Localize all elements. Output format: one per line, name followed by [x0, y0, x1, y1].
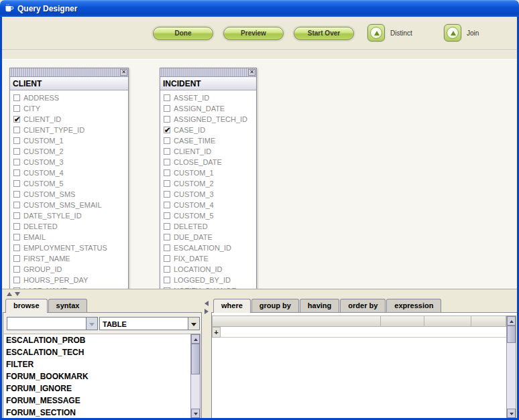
field-row[interactable]: GROUP_ID: [10, 264, 128, 275]
field-checkbox[interactable]: [13, 277, 20, 283]
field-checkbox[interactable]: [164, 212, 170, 219]
field-row[interactable]: CUSTOM_1: [160, 167, 256, 178]
field-checkbox[interactable]: [164, 148, 170, 155]
table-list-item[interactable]: FILTER: [4, 358, 190, 370]
tab-browse[interactable]: browse: [5, 299, 48, 312]
field-checkbox[interactable]: [164, 234, 170, 240]
field-row[interactable]: DATE_STYLE_ID: [10, 210, 128, 221]
field-row[interactable]: FIRST_NAME: [10, 253, 128, 264]
field-row[interactable]: LOGGED_BY_ID: [160, 275, 256, 285]
field-row[interactable]: CLOSE_DATE: [160, 157, 256, 167]
field-checkbox[interactable]: [13, 137, 20, 144]
frame-title-bar[interactable]: ✕: [160, 68, 256, 77]
start-over-button[interactable]: Start Over: [294, 27, 354, 40]
collapse-up-icon[interactable]: [7, 292, 12, 296]
field-checkbox[interactable]: [13, 212, 20, 219]
field-checkbox[interactable]: [164, 94, 170, 101]
field-row[interactable]: ASSIGN_DATE: [160, 103, 256, 114]
field-checkbox[interactable]: [13, 159, 20, 165]
field-checkbox[interactable]: [13, 105, 20, 112]
field-checkbox[interactable]: [164, 244, 170, 251]
field-checkbox[interactable]: [164, 202, 170, 208]
field-checkbox[interactable]: [164, 105, 170, 112]
table-list-item[interactable]: FORUM_MESSAGE: [4, 395, 190, 407]
field-checkbox[interactable]: [13, 94, 20, 101]
field-checkbox[interactable]: [13, 244, 20, 251]
field-row[interactable]: FIX_DATE: [160, 253, 256, 264]
field-checkbox[interactable]: [164, 223, 170, 230]
title-bar[interactable]: Query Designer: [0, 0, 519, 17]
field-row[interactable]: ✔CLIENT_ID: [10, 114, 128, 125]
table-list-item[interactable]: FORUM_SECTION: [4, 407, 190, 419]
field-checkbox[interactable]: [13, 127, 20, 133]
table-frame-client[interactable]: ✕ CLIENT ADDRESSCITY✔CLIENT_IDCLIENT_TYP…: [9, 68, 129, 289]
field-row[interactable]: ASSET_ID: [160, 92, 256, 103]
field-row[interactable]: ASSIGNED_TECH_ID: [160, 114, 256, 125]
field-row[interactable]: CITY: [10, 103, 128, 114]
tab-expression[interactable]: expression: [386, 299, 441, 312]
field-checkbox[interactable]: [164, 191, 170, 198]
chevron-down-icon[interactable]: [188, 318, 199, 330]
field-checkbox[interactable]: [164, 137, 170, 144]
field-checkbox[interactable]: [13, 180, 20, 187]
field-row[interactable]: CUSTOM_5: [10, 178, 128, 189]
field-checkbox[interactable]: [164, 116, 170, 123]
table-list-item[interactable]: FORUM_IGNORE: [4, 382, 190, 395]
field-row[interactable]: DUE_DATE: [160, 232, 256, 242]
field-checkbox[interactable]: ✔: [164, 127, 170, 133]
field-row[interactable]: CUSTOM_3: [160, 189, 256, 200]
field-row[interactable]: CUSTOM_SMS_EMAIL: [10, 200, 128, 210]
field-row[interactable]: CUSTOM_1: [10, 135, 128, 146]
field-checkbox[interactable]: [13, 191, 20, 198]
field-checkbox[interactable]: [13, 148, 20, 155]
table-list-scrollbar[interactable]: [190, 334, 200, 419]
horizontal-split-divider[interactable]: [2, 289, 517, 298]
table-frame-incident[interactable]: ✕ INCIDENT ASSET_IDASSIGN_DATEASSIGNED_T…: [160, 68, 257, 289]
field-row[interactable]: DELETED: [10, 221, 128, 232]
close-icon[interactable]: ✕: [248, 69, 255, 76]
field-row[interactable]: ✔CASE_ID: [160, 125, 256, 135]
field-checkbox[interactable]: [13, 255, 20, 262]
field-checkbox[interactable]: [13, 169, 20, 176]
field-row[interactable]: ADDRESS: [10, 92, 128, 103]
chevron-down-icon[interactable]: [86, 318, 97, 330]
preview-button[interactable]: Preview: [223, 27, 284, 40]
scroll-down-icon[interactable]: [507, 409, 516, 418]
scroll-down-icon[interactable]: [191, 409, 200, 418]
field-checkbox[interactable]: [164, 180, 170, 187]
field-row[interactable]: DELETED: [160, 221, 256, 232]
field-row[interactable]: CUSTOM_5: [160, 210, 256, 221]
vertical-split-divider[interactable]: [203, 298, 211, 420]
scroll-up-icon[interactable]: [507, 316, 516, 326]
collapse-down-icon[interactable]: [15, 292, 20, 296]
done-button[interactable]: Done: [153, 27, 213, 40]
field-row[interactable]: HOURS_PER_DAY: [10, 275, 128, 285]
field-row[interactable]: CUSTOM_4: [10, 167, 128, 178]
tab-group-by[interactable]: group by: [251, 299, 299, 312]
collapse-left-icon[interactable]: [205, 301, 209, 306]
add-row-button[interactable]: +: [212, 327, 221, 338]
field-checkbox[interactable]: [164, 169, 170, 176]
field-checkbox[interactable]: [13, 223, 20, 230]
field-row[interactable]: CUSTOM_SMS: [10, 189, 128, 200]
distinct-toggle-button[interactable]: [367, 24, 385, 42]
scrollbar-thumb[interactable]: [507, 326, 516, 343]
field-checkbox[interactable]: [13, 234, 20, 240]
field-row[interactable]: LOCATION_ID: [160, 264, 256, 275]
tab-where[interactable]: where: [213, 299, 251, 312]
field-row[interactable]: CLIENT_TYPE_ID: [10, 125, 128, 135]
field-row[interactable]: ESCALATION_ID: [160, 242, 256, 253]
scroll-up-icon[interactable]: [191, 334, 200, 344]
field-checkbox[interactable]: ✔: [13, 116, 20, 123]
collapse-right-icon[interactable]: [205, 309, 209, 314]
field-row[interactable]: CUSTOM_2: [10, 146, 128, 157]
field-checkbox[interactable]: [164, 159, 170, 165]
close-icon[interactable]: ✕: [120, 69, 127, 76]
filter-combobox[interactable]: [7, 317, 98, 330]
object-type-combobox[interactable]: TABLE: [99, 317, 200, 330]
table-list-item[interactable]: ESCALATION_PROB: [4, 334, 190, 346]
field-row[interactable]: EMPLOYMENT_STATUS: [10, 242, 128, 253]
field-row[interactable]: CLIENT_ID: [160, 146, 256, 157]
tab-syntax[interactable]: syntax: [48, 299, 88, 312]
field-row[interactable]: CASE_TIME: [160, 135, 256, 146]
